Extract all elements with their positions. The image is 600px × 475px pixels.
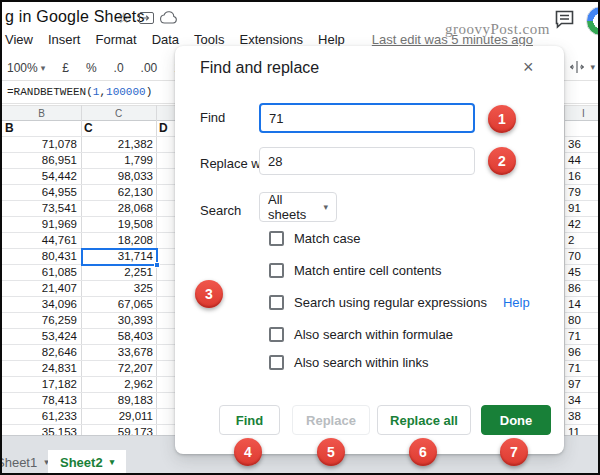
cell-d[interactable] bbox=[156, 313, 175, 328]
cell-c[interactable]: 28,068 bbox=[81, 201, 156, 216]
cell-c[interactable]: 325 bbox=[81, 281, 156, 296]
currency-format-button[interactable]: £ bbox=[62, 61, 69, 75]
cell-i[interactable]: 45 bbox=[565, 265, 600, 280]
cell-b[interactable]: 34,096 bbox=[2, 297, 81, 312]
cell-d[interactable] bbox=[156, 281, 175, 296]
cell-c[interactable]: 33,678 bbox=[81, 345, 156, 360]
cell-b1[interactable]: B bbox=[2, 121, 81, 136]
menu-insert[interactable]: Insert bbox=[48, 32, 81, 47]
cell-d[interactable] bbox=[156, 393, 175, 408]
cell-b[interactable]: 61,233 bbox=[2, 409, 81, 424]
cell-c[interactable]: 30,393 bbox=[81, 313, 156, 328]
cell-b[interactable]: 91,969 bbox=[2, 217, 81, 232]
cell-b[interactable]: 61,085 bbox=[2, 265, 81, 280]
formula-bar[interactable]: =RANDBETWEEN(1,100000) bbox=[7, 86, 152, 98]
zoom-select[interactable]: 100%▾ bbox=[7, 61, 45, 75]
cell-d[interactable] bbox=[156, 361, 175, 376]
cell-i[interactable]: 16 bbox=[565, 169, 600, 184]
decrease-decimals-button[interactable]: .0 bbox=[114, 61, 124, 75]
cell-b[interactable]: 21,407 bbox=[2, 281, 81, 296]
column-header-b[interactable]: B bbox=[2, 106, 81, 120]
comment-icon[interactable] bbox=[554, 10, 575, 29]
cell-i[interactable]: 70 bbox=[565, 249, 600, 264]
tab-sheet2[interactable]: Sheet2▾ bbox=[48, 450, 126, 474]
find-button[interactable]: Find bbox=[219, 405, 280, 435]
cell-i[interactable]: 44 bbox=[565, 153, 600, 168]
replace-all-button[interactable]: Replace all bbox=[377, 405, 471, 435]
cloud-status-icon[interactable] bbox=[160, 11, 177, 24]
cell-b[interactable]: 44,761 bbox=[2, 233, 81, 248]
cell-c[interactable]: 62,130 bbox=[81, 185, 156, 200]
cell-d[interactable] bbox=[156, 329, 175, 344]
column-header-c[interactable]: C bbox=[81, 106, 156, 120]
cell-c[interactable]: 2,251 bbox=[81, 265, 156, 280]
cell-i[interactable]: 2 bbox=[565, 233, 600, 248]
links-checkbox[interactable] bbox=[269, 355, 284, 370]
cell-i[interactable]: 38 bbox=[565, 409, 600, 424]
cell-i[interactable]: 14 bbox=[565, 297, 600, 312]
cell-c[interactable]: 19,508 bbox=[81, 217, 156, 232]
regex-checkbox[interactable] bbox=[269, 295, 284, 310]
last-edit-link[interactable]: Last edit was 5 minutes ago bbox=[372, 32, 533, 47]
cell-d[interactable] bbox=[156, 153, 175, 168]
column-header-d[interactable] bbox=[156, 106, 175, 120]
cell-i[interactable]: 71 bbox=[565, 361, 600, 376]
cell-b[interactable]: 86,951 bbox=[2, 153, 81, 168]
cell-i[interactable]: 80 bbox=[565, 313, 600, 328]
cell-d[interactable] bbox=[156, 425, 175, 435]
cell-c[interactable]: 72,207 bbox=[81, 361, 156, 376]
help-link[interactable]: Help bbox=[503, 295, 530, 310]
formulae-checkbox[interactable] bbox=[269, 327, 284, 342]
cell-b[interactable]: 17,182 bbox=[2, 377, 81, 392]
cell-b[interactable]: 73,541 bbox=[2, 201, 81, 216]
cell-d[interactable] bbox=[156, 201, 175, 216]
cell-i[interactable]: 91 bbox=[565, 201, 600, 216]
cell-d[interactable] bbox=[156, 169, 175, 184]
cell-c[interactable]: 1,799 bbox=[81, 153, 156, 168]
cell-b[interactable]: 71,078 bbox=[2, 137, 81, 152]
cell-b[interactable]: 53,424 bbox=[2, 329, 81, 344]
cell-c[interactable]: 29,011 bbox=[81, 409, 156, 424]
cell-d[interactable] bbox=[156, 377, 175, 392]
column-header-i[interactable]: I bbox=[565, 106, 600, 120]
cell-c[interactable]: 59,173 bbox=[81, 425, 156, 435]
cell-b[interactable]: 54,442 bbox=[2, 169, 81, 184]
cell-b[interactable]: 82,646 bbox=[2, 345, 81, 360]
menu-data[interactable]: Data bbox=[152, 32, 179, 47]
entire-cell-checkbox[interactable] bbox=[269, 263, 284, 278]
cell-c1[interactable]: C bbox=[81, 121, 156, 136]
cell-b[interactable]: 35,153 bbox=[2, 425, 81, 435]
replace-input[interactable] bbox=[259, 147, 475, 175]
cell-i[interactable]: 97 bbox=[565, 377, 600, 392]
cell-d[interactable] bbox=[156, 137, 175, 152]
replace-button[interactable]: Replace bbox=[292, 405, 370, 435]
cell-d[interactable] bbox=[156, 409, 175, 424]
cell-d[interactable] bbox=[156, 233, 175, 248]
done-button[interactable]: Done bbox=[481, 405, 551, 435]
cell-b[interactable]: 80,431 bbox=[2, 249, 81, 264]
menu-view[interactable]: View bbox=[5, 32, 33, 47]
cell-i[interactable]: 79 bbox=[565, 185, 600, 200]
cell-c[interactable]: 67,065 bbox=[81, 297, 156, 312]
cell-c[interactable]: 89,183 bbox=[81, 393, 156, 408]
cell-i[interactable]: 11 bbox=[565, 425, 600, 435]
fill-handle[interactable] bbox=[154, 262, 160, 268]
cell-d[interactable] bbox=[156, 217, 175, 232]
cell-d[interactable] bbox=[156, 345, 175, 360]
cell-d1[interactable]: D bbox=[156, 121, 175, 136]
percent-format-button[interactable]: % bbox=[86, 61, 97, 75]
match-case-checkbox[interactable] bbox=[269, 231, 284, 246]
cell-d[interactable] bbox=[156, 297, 175, 312]
search-scope-dropdown[interactable]: All sheets ▾ bbox=[259, 192, 337, 222]
cell-i[interactable]: 96 bbox=[565, 345, 600, 360]
selected-cell[interactable] bbox=[81, 248, 158, 266]
menu-tools[interactable]: Tools bbox=[194, 32, 224, 47]
cell-i1[interactable] bbox=[565, 121, 600, 136]
menu-format[interactable]: Format bbox=[95, 32, 136, 47]
cell-i[interactable]: 86 bbox=[565, 281, 600, 296]
chevron-down-icon[interactable]: ▾ bbox=[591, 62, 596, 72]
cell-c[interactable]: 21,382 bbox=[81, 137, 156, 152]
cell-i[interactable]: 71 bbox=[565, 329, 600, 344]
cell-b[interactable]: 64,955 bbox=[2, 185, 81, 200]
cell-b[interactable]: 24,831 bbox=[2, 361, 81, 376]
